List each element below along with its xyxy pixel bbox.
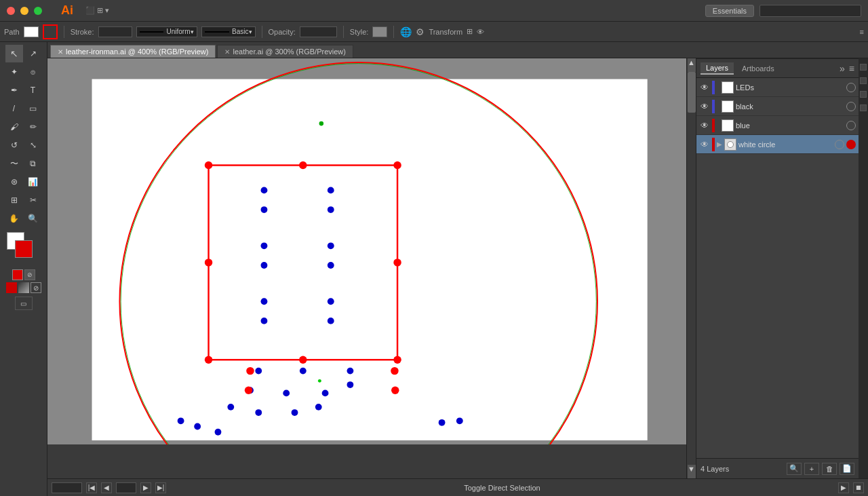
symbol-tool[interactable]: ⊛ [5, 173, 23, 191]
svg-point-24 [255, 368, 262, 375]
vscroll-thumb[interactable] [688, 72, 696, 113]
zoom-tool[interactable]: 🔍 [24, 210, 42, 227]
svg-point-21 [328, 298, 334, 305]
artboard-tool[interactable]: ⊞ [5, 191, 23, 209]
canvas-vscrollbar[interactable]: ▲ ▼ [686, 58, 696, 478]
layer-row-leds[interactable]: 👁 LEDs [696, 78, 859, 97]
canvas-area[interactable] [47, 58, 686, 444]
next-artboard-btn[interactable]: ▶ [140, 482, 151, 493]
layer-row-black[interactable]: 👁 black [696, 97, 859, 116]
right-strip-icon1[interactable] [860, 64, 867, 71]
paintbrush-tool[interactable]: 🖌 [5, 118, 23, 136]
svg-point-48 [319, 121, 324, 126]
artboards-tab[interactable]: Artboards [736, 63, 780, 74]
slice-tool[interactable]: ✂ [24, 191, 42, 209]
layer-circle-black[interactable] [846, 102, 856, 111]
pencil-tool[interactable]: ✏ [24, 118, 42, 136]
layers-delete-btn[interactable]: 🗑 [822, 463, 837, 475]
svg-point-22 [261, 318, 268, 324]
stroke-swatch[interactable] [43, 24, 58, 39]
layers-menu-btn[interactable]: ≡ [849, 63, 854, 74]
layers-add-btn[interactable]: + [804, 463, 819, 475]
magic-wand-tool[interactable]: ✦ [5, 63, 23, 81]
layers-search-btn[interactable]: 🔍 [787, 463, 802, 475]
opacity-input[interactable]: 100% [300, 26, 337, 37]
status-play-btn[interactable]: ⏹ [853, 482, 864, 493]
tab-close-icon2[interactable]: ✕ [224, 48, 230, 56]
lasso-tool[interactable]: ⌾ [24, 63, 42, 81]
tab-leather-ironman[interactable]: ✕ leather-ironman.ai @ 400% (RGB/Preview… [50, 45, 216, 58]
hand-tool[interactable]: ✋ [5, 210, 23, 227]
layer-circle-leds[interactable] [846, 83, 856, 92]
toggle-direct-sel-btn[interactable]: ▶ [838, 482, 849, 493]
layers-tab[interactable]: Layers [701, 62, 734, 75]
stroke-color[interactable] [15, 240, 33, 258]
vscroll-up-btn[interactable]: ▲ [688, 58, 696, 72]
direct-selection-tool[interactable]: ↗ [24, 45, 42, 62]
rect-tool[interactable]: ▭ [24, 100, 42, 117]
vscroll-down-btn[interactable]: ▼ [688, 465, 696, 478]
fill-swatch[interactable] [24, 26, 39, 37]
layer-circle-blue[interactable] [846, 121, 856, 130]
titlebar-right: Essentials [705, 5, 868, 17]
fullscreen-button[interactable] [34, 7, 42, 15]
screen-mode-btn[interactable]: ▭ [15, 297, 33, 310]
pen-tool[interactable]: ✒ [5, 81, 23, 99]
search-input[interactable] [760, 5, 861, 17]
type-tool[interactable]: T [24, 81, 42, 99]
zoom-input[interactable]: 400% [52, 482, 82, 493]
essentials-button[interactable]: Essentials [705, 5, 754, 17]
layers-footer-buttons: 🔍 + 🗑 📄 [787, 463, 854, 475]
selection-tool[interactable]: ↖ [5, 45, 23, 62]
gradient-btn[interactable] [18, 282, 29, 293]
visibility-icon[interactable]: 👁 [477, 28, 484, 36]
right-strip-icon4[interactable] [860, 104, 867, 111]
layer-row-white-circle[interactable]: 👁 ▶ white circle [696, 135, 859, 154]
style-swatch[interactable] [372, 26, 387, 37]
color-btn[interactable] [6, 282, 17, 293]
minimize-button[interactable] [20, 7, 28, 15]
layer-row-blue[interactable]: 👁 blue [696, 116, 859, 135]
stroke-width-input[interactable]: 1 pt [98, 26, 132, 37]
column-chart-tool[interactable]: 📊 [24, 173, 42, 191]
screen-mode-icon[interactable]: ▭ [15, 297, 33, 310]
first-artboard-btn[interactable]: |◀ [86, 482, 97, 493]
svg-point-47 [318, 379, 321, 383]
layer-expand-arrow[interactable]: ▶ [717, 140, 722, 148]
layer-thumb-blue [722, 119, 734, 132]
transform-button[interactable]: Transform [429, 28, 462, 36]
tool-row-2: ✦ ⌾ [5, 63, 42, 81]
layer-eye-white-circle[interactable]: 👁 [699, 140, 710, 149]
svg-point-28 [283, 389, 290, 396]
warp-tool[interactable]: 〜 [5, 155, 23, 172]
layer-name-black: black [736, 102, 844, 111]
stroke-type-uniform[interactable]: Uniform ▾ [136, 26, 197, 37]
layers-new-btn[interactable]: 📄 [840, 463, 854, 475]
layer-eye-black[interactable]: 👁 [699, 102, 710, 111]
right-strip-icon2[interactable] [860, 77, 867, 84]
align-icon[interactable]: ⊞ [467, 27, 473, 36]
close-button[interactable] [7, 7, 15, 15]
line-tool[interactable]: / [5, 100, 23, 117]
tab-close-icon[interactable]: ✕ [58, 48, 63, 56]
rotate-tool[interactable]: ↺ [5, 136, 23, 154]
layer-eye-leds[interactable]: 👁 [699, 83, 710, 92]
layer-eye-blue[interactable]: 👁 [699, 121, 710, 130]
none-color-btn[interactable]: ⊘ [24, 269, 35, 280]
swap-colors-btn[interactable] [12, 269, 23, 280]
free-transform-tool[interactable]: ⧉ [24, 155, 42, 172]
globe-icon[interactable]: 🌐 [400, 26, 412, 37]
tab-leather[interactable]: ✕ leather.ai @ 300% (RGB/Preview) [217, 45, 353, 58]
right-strip-icon3[interactable] [860, 91, 867, 98]
stroke-basic[interactable]: Basic ▾ [201, 26, 256, 37]
svg-point-15 [328, 206, 334, 213]
prev-artboard-btn[interactable]: ◀ [101, 482, 112, 493]
color-mode-btns: ⊘ [6, 282, 41, 293]
none-btn[interactable]: ⊘ [31, 282, 41, 293]
scale-tool[interactable]: ⤡ [24, 136, 42, 154]
settings-icon[interactable]: ⚙ [416, 26, 425, 37]
artboard-number[interactable]: 1 [116, 482, 136, 493]
layers-expand-all-btn[interactable]: » [840, 63, 845, 74]
layer-circle-white-circle[interactable] [835, 140, 844, 149]
last-artboard-btn[interactable]: ▶| [155, 482, 166, 493]
